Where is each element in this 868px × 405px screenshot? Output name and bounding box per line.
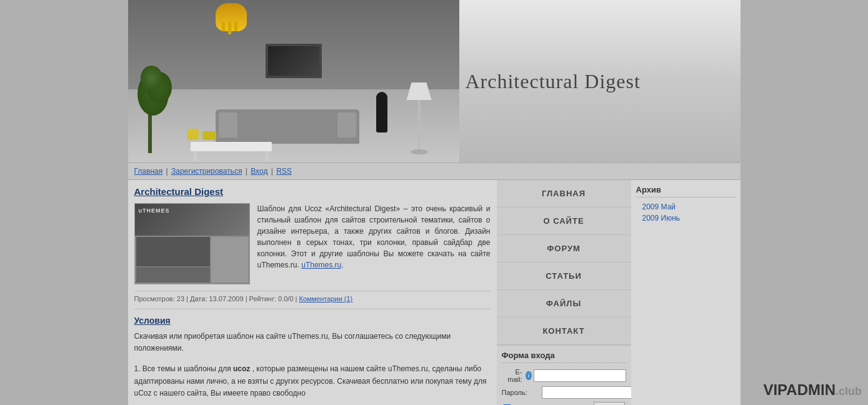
article-meta: Просмотров: 23 | Дата: 13.07.2009 | Рейт… [134, 291, 491, 302]
archive-title: Архив [636, 185, 736, 198]
nav-login[interactable]: Вход [251, 167, 267, 176]
vipadmin-text: VIPADMIN.club [763, 381, 862, 398]
meta-views: Просмотров: 23 [134, 295, 185, 302]
nav-register[interactable]: Зарегистрироваться [171, 167, 242, 176]
article-inner: uTHEMES [134, 203, 491, 284]
nav-sep3: | [271, 167, 275, 176]
meta-rating: Рейтинг: 0.0/0 [249, 295, 294, 302]
article-block: Architectural Digest uTHEMES [134, 186, 491, 302]
plant-decoration [137, 78, 162, 153]
terms-paragraph2: 1. Все темы и шаблоны для ucoz , которые… [134, 363, 491, 399]
login-button[interactable]: Вход [594, 402, 624, 405]
menu-item-articles[interactable]: СТАТЬИ [497, 262, 631, 290]
page-wrapper: Architectural Digest Главная | Зарегистр… [128, 0, 741, 405]
menu-item-forum[interactable]: ФОРУМ [497, 235, 631, 262]
tv-decoration [266, 44, 322, 78]
nav-sep1: | [166, 167, 170, 176]
right-sidebar: Архив 2009 Май 2009 Июнь [631, 180, 741, 405]
nav-menu-container: ГЛАВНАЯ О САЙТЕ ФОРУМ СТАТЬИ ФАЙЛЫ [497, 180, 631, 345]
archive-link-may[interactable]: 2009 Май [642, 202, 676, 211]
lamp-decoration [407, 82, 409, 151]
archive-link-june[interactable]: 2009 Июнь [642, 214, 681, 222]
menu-item-contact[interactable]: КОНТАКТ [497, 318, 631, 345]
terms-paragraph1: Скачивая или приобретая шаблон на сайте … [134, 331, 491, 354]
remember-row: запомнить Вход [503, 402, 625, 405]
menu-item-files[interactable]: ФАЙЛЫ [497, 290, 631, 318]
password-row: Пароль: [502, 386, 626, 399]
figure-decoration [376, 92, 387, 132]
middle-column: ГЛАВНАЯ О САЙТЕ ФОРУМ СТАТЬИ ФАЙЛЫ [497, 180, 631, 405]
terms-title[interactable]: Условия [134, 316, 491, 326]
header: Architectural Digest [128, 0, 741, 162]
menu-item-about[interactable]: О САЙТЕ [497, 208, 631, 235]
password-label: Пароль: [502, 389, 530, 396]
thumb-bottom [135, 236, 249, 284]
vipadmin-watermark: VIPADMIN.club [763, 381, 862, 399]
nav-sep2: | [246, 167, 249, 176]
email-label: E-mail: [502, 368, 525, 383]
meta-date: Дата: 13.07.2009 [190, 295, 244, 302]
password-input[interactable] [542, 386, 634, 399]
thumb-top: uTHEMES [135, 204, 249, 236]
article-title[interactable]: Architectural Digest [134, 186, 491, 197]
terms-bold: ucoz [233, 364, 250, 373]
thumb-label: uTHEMES [139, 208, 170, 214]
site-title: Architectural Digest [466, 70, 641, 93]
nav-menu: ГЛАВНАЯ О САЙТЕ ФОРУМ СТАТЬИ ФАЙЛЫ [497, 180, 631, 345]
terms-section: Условия Скачивая или приобретая шаблон н… [134, 316, 491, 399]
chandelier-decoration [216, 3, 253, 34]
article-body-text: Шаблон для Ucoz «Architectural Digest» –… [257, 204, 491, 269]
article-body: Шаблон для Ucoz «Architectural Digest» –… [257, 203, 491, 284]
archive-item-june: 2009 Июнь [636, 212, 736, 224]
chandelier-body [216, 3, 247, 31]
email-info-icon: i [526, 371, 531, 380]
interior-scene [128, 0, 459, 162]
email-input[interactable] [534, 369, 626, 382]
nav-rss[interactable]: RSS [276, 167, 292, 176]
article-divider [134, 309, 491, 309]
table-decoration [191, 142, 272, 151]
thumb-col-1 [136, 237, 210, 282]
navigation-bar: Главная | Зарегистрироваться | Вход | RS… [128, 162, 741, 180]
main-column: Architectural Digest uTHEMES [128, 180, 497, 405]
article-uthemes-link[interactable]: uThemes.ru [301, 261, 341, 269]
article-thumbnail: uTHEMES [134, 203, 250, 284]
header-image [128, 0, 459, 162]
thumb-col-2 [211, 237, 248, 282]
email-row: E-mail: i [502, 368, 626, 383]
login-form-title: Форма входа [502, 351, 626, 363]
content-area: Architectural Digest uTHEMES [128, 180, 741, 405]
table-items [187, 129, 216, 142]
nav-home[interactable]: Главная [134, 167, 163, 176]
archive-item-may: 2009 Май [636, 201, 736, 212]
meta-comments[interactable]: Комментарии (1) [299, 295, 353, 302]
menu-item-home[interactable]: ГЛАВНАЯ [497, 180, 631, 208]
sofa-decoration [216, 109, 359, 144]
login-form-box: Форма входа E-mail: i Пароль: запомнить … [497, 345, 631, 405]
thumb-mockup: uTHEMES [135, 204, 249, 284]
